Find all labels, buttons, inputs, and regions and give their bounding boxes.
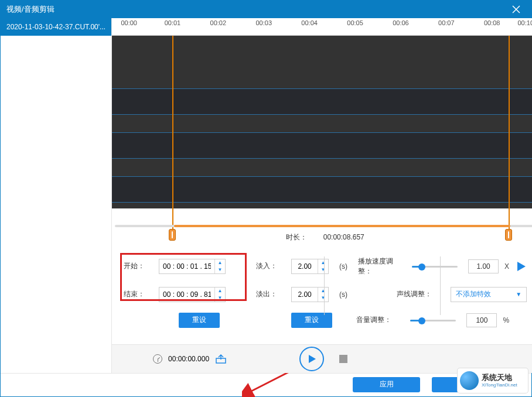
editor-window: 视频/音频剪辑 2020-11-03-10-42-37.CUT.00'... 0…	[0, 0, 532, 397]
play-button[interactable]	[299, 347, 324, 371]
start-time-field[interactable]	[159, 259, 214, 273]
file-item-selected[interactable]: 2020-11-03-10-42-37.CUT.00'...	[1, 18, 111, 36]
ruler-tick: 00:01	[165, 19, 181, 26]
spin-up-icon[interactable]: ▲	[215, 288, 225, 295]
spin-up-icon[interactable]: ▲	[318, 259, 328, 266]
titlebar: 视频/音频剪辑	[1, 1, 531, 18]
chevron-down-icon: ▼	[516, 291, 521, 297]
ruler-tick: 00:05	[347, 19, 363, 26]
duration-value: 00:00:08.657	[323, 233, 364, 241]
spin-down-icon[interactable]: ▼	[318, 266, 328, 273]
svg-rect-5	[339, 355, 347, 363]
end-label: 结束：	[124, 289, 148, 299]
end-marker[interactable]	[509, 36, 510, 235]
svg-marker-0	[517, 262, 526, 271]
fadein-field[interactable]	[292, 259, 318, 273]
ruler-tick: 00:07	[438, 19, 455, 26]
apply-button[interactable]: 应用	[353, 377, 420, 392]
seconds-unit: (s)	[339, 290, 347, 299]
spin-up-icon[interactable]: ▲	[215, 259, 225, 266]
start-label: 开始：	[124, 261, 148, 271]
end-handle[interactable]	[505, 229, 512, 241]
playback-time: 00:00:00.000	[168, 355, 209, 363]
duration-label: 时长：	[286, 233, 307, 241]
volume-value[interactable]: 100	[466, 313, 497, 327]
controls-panel: 开始： ▲▼ 淡入： ▲▼ (s) 播放速度调整：	[112, 246, 532, 344]
end-time-field[interactable]	[159, 288, 214, 302]
start-time-input[interactable]: ▲▼	[159, 259, 226, 274]
volume-slider[interactable]	[410, 316, 456, 324]
window-title: 视频/音频剪辑	[6, 4, 54, 15]
speed-unit: X	[504, 262, 509, 271]
reset-time-button[interactable]: 重设	[179, 313, 220, 328]
ruler-tick: 00:03	[255, 19, 272, 26]
fadein-label: 淡入：	[256, 261, 281, 271]
volume-label: 音量调整：	[356, 315, 404, 325]
speed-slider[interactable]	[412, 262, 458, 271]
stop-button[interactable]	[336, 351, 351, 367]
play-icon	[306, 354, 317, 364]
stop-icon	[339, 355, 347, 363]
spin-down-icon[interactable]: ▼	[318, 295, 328, 302]
spin-down-icon[interactable]: ▼	[215, 295, 225, 302]
volume-unit: %	[503, 316, 509, 324]
fadeout-label: 淡出：	[256, 289, 281, 299]
start-handle[interactable]	[169, 229, 176, 241]
close-button[interactable]	[507, 1, 526, 18]
fadein-input[interactable]: ▲▼	[291, 259, 329, 274]
ruler-tick: 00:06	[393, 19, 409, 26]
voice-value: 不添加特效	[456, 289, 491, 299]
waveform-area[interactable]	[112, 36, 532, 208]
speed-label: 播放速度调整：	[358, 256, 406, 276]
speed-value[interactable]: 1.00	[468, 259, 499, 273]
fadeout-input[interactable]: ▲▼	[291, 287, 329, 302]
main-panel: 00:00 00:01 00:02 00:03 00:04 00:05 00:0…	[112, 18, 532, 373]
watermark-cn: 系统天地	[482, 373, 517, 382]
start-marker[interactable]	[172, 36, 173, 235]
close-icon	[512, 5, 520, 13]
timeline-area: 00:00 00:01 00:02 00:03 00:04 00:05 00:0…	[112, 18, 532, 220]
watermark-en: XiTongTianDi.net	[482, 382, 517, 388]
ruler-tick: 00:10	[517, 19, 532, 26]
globe-icon	[460, 371, 479, 390]
range-slider[interactable]	[115, 225, 532, 227]
clock-icon	[153, 354, 162, 364]
end-time-input[interactable]: ▲▼	[159, 287, 226, 302]
ruler-tick: 00:02	[210, 19, 227, 26]
preview-play-button[interactable]	[515, 261, 527, 272]
voice-select[interactable]: 不添加特效 ▼	[451, 287, 527, 302]
svg-marker-4	[309, 355, 316, 363]
reset-fade-button[interactable]: 重设	[291, 313, 332, 328]
watermark-logo: 系统天地 XiTongTianDi.net	[458, 368, 528, 393]
play-icon	[515, 261, 527, 272]
spin-down-icon[interactable]: ▼	[215, 266, 225, 273]
fadeout-field[interactable]	[292, 288, 318, 302]
time-ruler: 00:00 00:01 00:02 00:03 00:04 00:05 00:0…	[112, 18, 532, 36]
spin-up-icon[interactable]: ▲	[318, 288, 328, 295]
bottom-bar: 应用 OK	[1, 373, 531, 395]
export-icon[interactable]	[215, 354, 228, 364]
file-sidebar: 2020-11-03-10-42-37.CUT.00'...	[1, 18, 112, 373]
ruler-tick: 00:04	[301, 19, 318, 26]
seconds-unit: (s)	[339, 262, 347, 271]
voice-label: 声线调整：	[397, 289, 445, 299]
ruler-tick: 00:08	[484, 19, 500, 26]
ruler-tick: 00:00	[121, 19, 137, 26]
